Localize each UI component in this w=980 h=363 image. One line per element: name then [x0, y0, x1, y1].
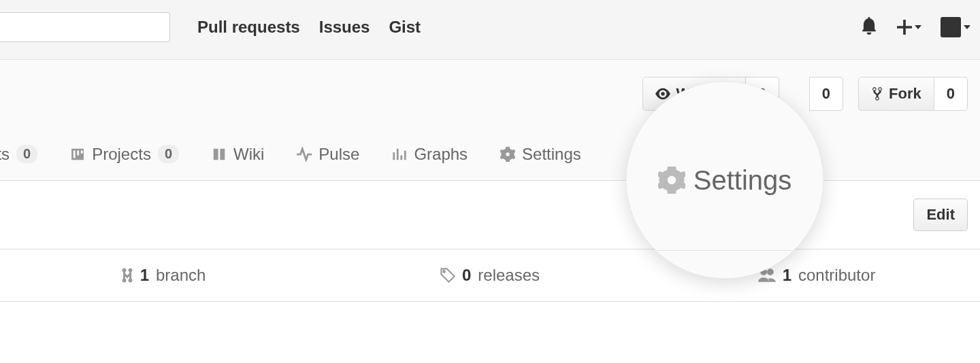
- tab-graphs[interactable]: Graphs: [392, 145, 468, 164]
- avatar: [941, 17, 961, 37]
- plus-icon: [897, 20, 912, 35]
- magnifier-overlay: Settings: [626, 82, 823, 279]
- fork-icon: [871, 86, 883, 101]
- fork-button[interactable]: Fork: [858, 77, 934, 111]
- nav-gist[interactable]: Gist: [389, 18, 421, 37]
- summary-releases[interactable]: 0 releases: [327, 266, 653, 285]
- tab-graphs-label: Graphs: [414, 145, 468, 164]
- contributor-label: contributor: [798, 266, 875, 285]
- tag-icon: [440, 268, 455, 283]
- release-count: 0: [462, 266, 471, 285]
- magnifier-label: Settings: [693, 165, 792, 196]
- branch-icon: [121, 267, 133, 283]
- tab-pulse-label: Pulse: [318, 145, 359, 164]
- edit-button[interactable]: Edit: [913, 198, 968, 231]
- gear-icon: [500, 147, 515, 162]
- create-new-menu[interactable]: [897, 20, 921, 35]
- fork-group: Fork 0: [858, 77, 968, 111]
- nav-pull-requests[interactable]: Pull requests: [197, 18, 300, 37]
- search-input[interactable]: [0, 12, 170, 42]
- summary-branches[interactable]: 1 branch: [0, 266, 327, 285]
- repo-summary: 1 branch 0 releases 1 contributor: [0, 249, 980, 302]
- global-header: Pull requests Issues Gist: [0, 0, 980, 60]
- gear-icon: [658, 167, 685, 194]
- tab-wiki[interactable]: Wiki: [212, 145, 264, 164]
- chevron-down-icon: [915, 25, 921, 29]
- project-icon: [70, 147, 85, 162]
- notifications-icon[interactable]: [860, 17, 878, 37]
- book-icon: [212, 147, 227, 162]
- repo-tabs: equests 0 Projects 0 Wiki Pulse Graphs S…: [0, 128, 980, 181]
- tab-projects-label: Projects: [92, 145, 151, 164]
- description-row: Edit: [0, 181, 980, 249]
- star-count[interactable]: 0: [809, 77, 843, 111]
- contributor-count: 1: [783, 266, 791, 285]
- graph-icon: [392, 147, 407, 162]
- fork-label: Fork: [889, 85, 921, 103]
- branch-label: branch: [156, 266, 206, 285]
- tab-wiki-label: Wiki: [233, 145, 264, 164]
- header-right: [860, 12, 980, 42]
- tab-settings[interactable]: Settings: [500, 145, 581, 164]
- repo-actions: Watch 0 0 Fork 0: [0, 60, 980, 128]
- user-menu[interactable]: [941, 17, 970, 37]
- tab-pull-requests-label: equests: [0, 145, 10, 164]
- tab-projects[interactable]: Projects 0: [70, 145, 179, 164]
- tab-settings-label: Settings: [522, 145, 581, 164]
- pull-requests-counter: 0: [16, 145, 37, 163]
- branch-count: 1: [140, 266, 149, 285]
- pulse-icon: [297, 147, 312, 162]
- magnifier-settings: Settings: [658, 165, 792, 196]
- tab-pulse[interactable]: Pulse: [297, 145, 359, 164]
- fork-count[interactable]: 0: [934, 77, 968, 111]
- global-nav: Pull requests Issues Gist: [197, 12, 421, 42]
- chevron-down-icon: [964, 25, 970, 29]
- projects-counter: 0: [158, 145, 179, 163]
- nav-issues[interactable]: Issues: [319, 18, 370, 37]
- release-label: releases: [478, 266, 540, 285]
- tab-pull-requests[interactable]: equests 0: [0, 145, 37, 164]
